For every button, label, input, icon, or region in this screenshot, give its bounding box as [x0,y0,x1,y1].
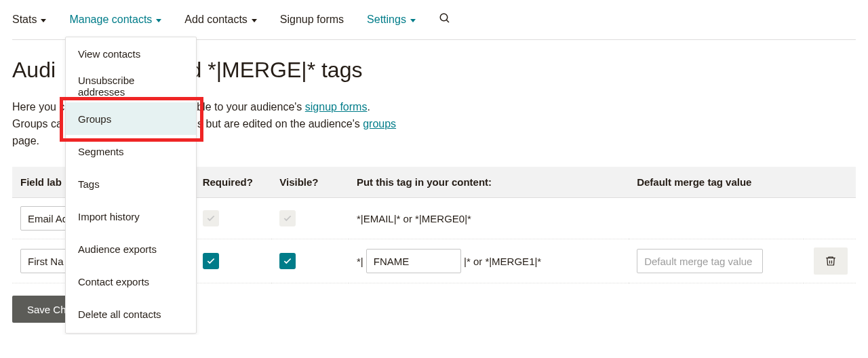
nav-label: Settings [367,14,406,26]
th-required: Required? [195,167,272,198]
delete-field-button[interactable] [814,247,848,275]
svg-point-0 [440,14,448,21]
search-icon [439,12,451,27]
merge-tag-text: *|EMAIL|* or *|MERGE0|* [349,198,629,239]
nav-settings[interactable]: Settings [367,14,416,26]
signup-forms-link[interactable]: signup forms [305,101,368,113]
dropdown-delete-all[interactable]: Delete all contacts [66,298,196,330]
visible-checkbox[interactable] [279,253,296,269]
chevron-down-icon [252,19,257,22]
th-visible: Visible? [271,167,349,198]
th-tag: Put this tag in your content: [349,167,629,198]
nav-label: Manage contacts [69,14,152,26]
top-nav: Stats Manage contacts Add contacts Signu… [12,12,856,40]
nav-label: Stats [12,14,37,26]
visible-checkbox[interactable] [279,210,296,226]
check-icon [283,256,292,266]
trash-icon [825,255,837,267]
manage-contacts-dropdown: View contacts Unsubscribe addresses Grou… [65,37,197,334]
groups-link[interactable]: groups [363,118,396,130]
dropdown-tags[interactable]: Tags [66,167,196,200]
dropdown-audience-exports[interactable]: Audience exports [66,233,196,265]
nav-label: Add contacts [184,14,248,26]
nav-add-contacts[interactable]: Add contacts [184,14,257,26]
merge-tag-input[interactable] [366,249,461,273]
required-checkbox[interactable] [203,210,219,226]
search-button[interactable] [439,12,451,27]
tag-suffix: |* or *|MERGE1|* [464,256,541,267]
tag-prefix: *| [357,256,363,267]
nav-label: Signup forms [280,14,344,26]
chevron-down-icon [410,19,416,22]
svg-line-1 [446,20,449,22]
dropdown-import-history[interactable]: Import history [66,200,196,233]
chevron-down-icon [41,19,46,22]
check-icon [283,214,292,223]
nav-stats[interactable]: Stats [12,14,46,26]
chevron-down-icon [156,19,161,22]
dropdown-contact-exports[interactable]: Contact exports [66,265,196,298]
dropdown-unsubscribe[interactable]: Unsubscribe addresses [66,70,196,102]
nav-signup-forms[interactable]: Signup forms [280,14,344,26]
default-value-input[interactable] [637,249,763,273]
dropdown-groups[interactable]: Groups [66,102,196,135]
dropdown-segments[interactable]: Segments [66,135,196,167]
required-checkbox[interactable] [203,253,219,269]
nav-manage-contacts[interactable]: Manage contacts [69,14,161,26]
check-icon [206,256,216,266]
check-icon [206,214,216,223]
th-default: Default merge tag value [629,167,804,198]
dropdown-view-contacts[interactable]: View contacts [66,37,196,70]
